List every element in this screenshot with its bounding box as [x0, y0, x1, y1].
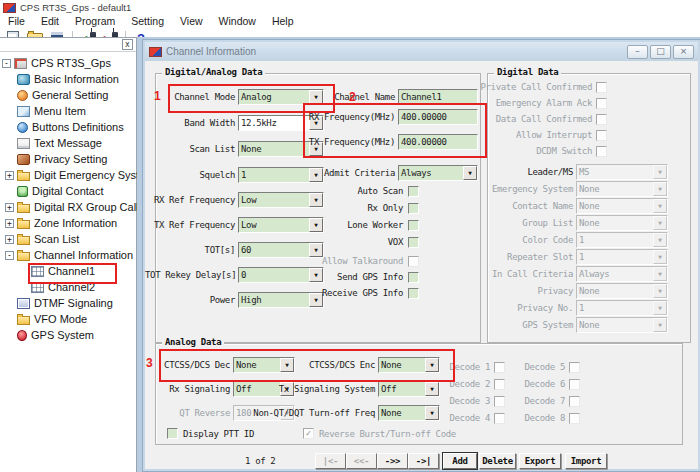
sidebar-item-vfo-mode[interactable]: VFO Mode: [0, 311, 136, 327]
expand-icon[interactable]: +: [5, 235, 14, 244]
combo-value: 1: [577, 234, 653, 247]
group-title: Analog Data: [162, 337, 224, 347]
ctcss-dcs-enc-select[interactable]: None▼: [378, 357, 440, 373]
sidebar-item-menu-item[interactable]: Menu Item: [0, 103, 136, 119]
sidebar-item-text-message[interactable]: Text Message: [0, 135, 136, 151]
tree-root[interactable]: - CPS RT3S_Gps: [0, 55, 136, 71]
close-icon[interactable]: ×: [673, 45, 694, 59]
sidebar-item-gps-system[interactable]: GPS System: [0, 327, 136, 343]
folder-icon: [17, 236, 30, 245]
tree-item-label: Scan List: [34, 233, 79, 245]
group-list-select: None▼: [576, 215, 668, 231]
combo-value: None: [577, 183, 653, 196]
sidebar-item-channel2[interactable]: Channel2: [0, 279, 136, 295]
menu-window[interactable]: Window: [211, 15, 264, 28]
emergency-alarm-ack-checkbox: [596, 98, 607, 109]
app-icon: [14, 58, 27, 69]
buttons-definitions-icon: [17, 122, 28, 133]
sidebar-item-buttons-definitions[interactable]: Buttons Definitions: [0, 119, 136, 135]
menu-view[interactable]: View: [172, 15, 211, 28]
menu-edit[interactable]: Edit: [33, 15, 67, 28]
minimize-icon[interactable]: –: [627, 45, 648, 59]
tree-item-label: Basic Information: [34, 73, 119, 85]
sidebar-header: x: [0, 38, 136, 52]
sidebar-close-button[interactable]: x: [122, 39, 133, 50]
sidebar-item-zone-information[interactable]: + Zone Information: [0, 215, 136, 231]
collapse-icon[interactable]: -: [2, 59, 11, 68]
combo-value: MS: [577, 166, 653, 179]
next-page-button[interactable]: ->>: [377, 453, 408, 469]
restore-icon[interactable]: □: [650, 45, 671, 59]
chevron-down-icon: ▼: [653, 216, 667, 230]
sidebar-item-channel-information[interactable]: - Channel Information: [0, 247, 136, 263]
vox-checkbox[interactable]: [408, 237, 419, 248]
export-button[interactable]: Export: [519, 453, 561, 469]
rx-only-label: Rx Only: [253, 202, 403, 214]
decode8-label: Decode 8: [520, 412, 565, 424]
chevron-down-icon: ▼: [653, 250, 667, 264]
sidebar-item-dtmf-signaling[interactable]: DTMF Signaling: [0, 295, 136, 311]
color-code-label: Color Code: [463, 232, 573, 248]
add-button[interactable]: Add: [443, 453, 477, 469]
decode5-label: Decode 5: [520, 361, 565, 373]
sidebar-item-scan-list[interactable]: + Scan List: [0, 231, 136, 247]
app-icon: [3, 3, 16, 13]
menu-file[interactable]: File: [0, 15, 33, 28]
sidebar-item-channel1[interactable]: Channel1: [0, 263, 136, 279]
expand-icon[interactable]: +: [5, 171, 14, 180]
dialog-window-buttons: – □ ×: [625, 45, 694, 59]
tree-item-label: GPS System: [31, 329, 94, 341]
page-indicator: 1 of 2: [245, 453, 305, 469]
sidebar-item-digital-rx-group-call[interactable]: + Digital RX Group Call: [0, 199, 136, 215]
tree-item-label: Privacy Setting: [34, 153, 107, 165]
decode8-checkbox: [569, 413, 580, 424]
import-button[interactable]: Import: [565, 453, 607, 469]
chevron-down-icon[interactable]: ▼: [425, 358, 439, 372]
data-call-confirmed-label: Data Call Confirmed: [452, 113, 592, 125]
mdi-workspace: Channel Information – □ × Digital/Analog…: [137, 37, 700, 472]
tree: - CPS RT3S_Gps Basic Information General…: [0, 52, 136, 343]
sidebar-item-general-setting[interactable]: General Setting: [0, 87, 136, 103]
scan-list-label: Scan List: [145, 141, 235, 157]
folder-icon: [17, 204, 30, 213]
delete-button[interactable]: Delete: [479, 453, 516, 469]
tx-signaling-system-select[interactable]: Off▼: [378, 381, 440, 397]
text-message-icon: [17, 138, 30, 149]
receive-gps-info-label: Receive GPS Info: [253, 287, 403, 299]
dialog-icon: [149, 47, 162, 57]
sidebar-item-basic-information[interactable]: Basic Information: [0, 71, 136, 87]
display-ptt-id-checkbox[interactable]: [167, 428, 178, 439]
expand-icon[interactable]: +: [5, 219, 14, 228]
non-qt-dqt-turnoff-freq-select[interactable]: None▼: [378, 405, 440, 421]
expand-icon[interactable]: +: [5, 203, 14, 212]
group-list-label: Group List: [463, 215, 573, 231]
receive-gps-info-checkbox[interactable]: [408, 288, 419, 299]
sidebar-item-privacy-setting[interactable]: Privacy Setting: [0, 151, 136, 167]
dcdm-switch-checkbox: [596, 146, 607, 157]
send-gps-info-checkbox[interactable]: [408, 272, 419, 283]
sidebar-item-digital-contact[interactable]: Digital Contact: [0, 183, 136, 199]
menu-program[interactable]: Program: [67, 15, 123, 28]
chevron-down-icon[interactable]: ▼: [425, 406, 439, 420]
channel-icon: [31, 282, 44, 293]
sidebar-item-digit-emergency-system[interactable]: + Digit Emergency System: [0, 167, 136, 183]
menu-setting[interactable]: Setting: [123, 15, 172, 28]
chevron-down-icon[interactable]: ▼: [425, 382, 439, 396]
channel-name-label: Channel Name: [259, 89, 395, 105]
privacy-select: None▼: [576, 283, 668, 299]
first-page-button: |<-: [315, 453, 346, 469]
menu-help[interactable]: Help: [264, 15, 302, 28]
reverse-burst-checkbox: [303, 428, 314, 439]
gps-system-label: GPS System: [463, 317, 573, 333]
lone-worker-checkbox[interactable]: [408, 220, 419, 231]
gps-system-icon: [17, 330, 27, 341]
combo-value: Always: [577, 268, 653, 281]
dialog-titlebar: Channel Information – □ ×: [145, 42, 698, 62]
data-call-confirmed-checkbox: [596, 114, 607, 125]
rx-signaling-label: Rx Signaling: [145, 381, 230, 397]
allow-interrupt-label: Allow Interrupt: [452, 129, 592, 141]
last-page-button[interactable]: ->|: [408, 453, 439, 469]
collapse-icon[interactable]: -: [5, 251, 14, 260]
auto-scan-checkbox[interactable]: [408, 186, 419, 197]
rx-only-checkbox[interactable]: [408, 203, 419, 214]
